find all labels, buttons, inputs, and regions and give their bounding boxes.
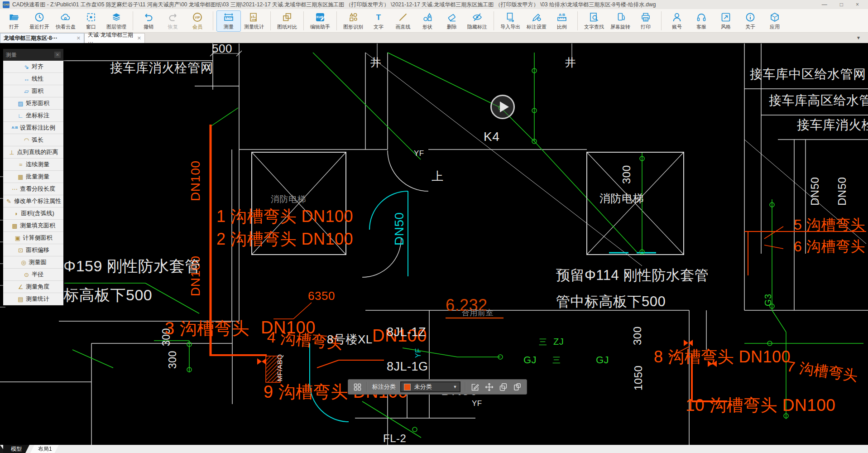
toolbar-button-info[interactable]: 关于 xyxy=(738,10,762,32)
measure-tool-12[interactable]: ✎修改单个标注属性 xyxy=(3,195,63,207)
measure-tool-icon: ▩ xyxy=(11,223,18,229)
toolbar-button-ruler[interactable]: 测量 xyxy=(216,10,241,32)
measure-tool-4[interactable]: ▨矩形面积 xyxy=(3,97,63,110)
drawing-tab-1[interactable]: 龙域华都三期东区-8···✕ xyxy=(0,33,84,43)
toolbar-button-compare[interactable]: 图纸对比 xyxy=(274,10,300,32)
toolbar-separator xyxy=(577,11,578,30)
measure-tool-6[interactable]: A:B设置标注比例 xyxy=(3,122,63,134)
measure-tool-9[interactable]: ≈连续测量 xyxy=(3,159,63,171)
grid-icon[interactable] xyxy=(353,382,362,392)
toolbar-button-headset[interactable]: 客服 xyxy=(689,10,714,32)
cad-annotation-text: DN50 xyxy=(393,212,406,246)
toolbar-button-rotate[interactable]: 屏幕旋转 xyxy=(607,10,633,32)
rotate-icon xyxy=(615,12,626,23)
toolbar-button-folder[interactable]: 打开 xyxy=(2,10,26,32)
toolbar-button-redo[interactable]: 恢复 xyxy=(161,10,185,32)
toolbar-button-clock[interactable]: 最近打开 xyxy=(26,10,53,32)
measure-tool-label: 测量统计 xyxy=(26,295,49,303)
classify-dropdown[interactable]: 未分类▼ xyxy=(400,381,461,392)
measure-tool-14[interactable]: ▩测量填充面积 xyxy=(3,220,63,232)
line-icon xyxy=(398,12,408,23)
toolbar-button-user[interactable]: 账号 xyxy=(665,10,689,32)
measure-tool-15[interactable]: ▣计算侧面积 xyxy=(3,232,63,244)
play-button[interactable] xyxy=(490,95,515,119)
toolbar-button-label: 编辑助手 xyxy=(310,24,330,30)
toolbar-button-import[interactable]: 导入导出 xyxy=(497,10,523,32)
tab-list-dropdown-icon[interactable]: ▼ xyxy=(856,35,861,40)
measure-panel-header[interactable]: 测量 ✕ xyxy=(3,49,63,61)
measure-tool-icon: ≈ xyxy=(17,162,24,168)
measure-tool-19[interactable]: ∠测量角度 xyxy=(3,281,63,293)
measure-tool-17[interactable]: ◎测量圆 xyxy=(3,256,63,269)
main-toolbar: 打开最近打开快看云盘窗口图层管理撤销恢复VIP会员测量测量统计图纸对比#2191… xyxy=(0,9,868,33)
measure-tool-icon: ▦ xyxy=(17,174,24,180)
measure-tool-13[interactable]: ◑面积(含弧线) xyxy=(3,207,63,220)
headset-icon xyxy=(696,12,707,23)
tab-close-icon[interactable]: ✕ xyxy=(77,35,81,41)
sheet-tab-2[interactable]: 布局1 xyxy=(30,445,60,453)
measure-tool-icon: ◠ xyxy=(23,137,30,143)
measure-panel-close-icon[interactable]: ✕ xyxy=(54,52,61,58)
measure-tool-10[interactable]: ▦批量测量 xyxy=(3,171,63,183)
toolbar-button-layers[interactable]: 图层管理 xyxy=(103,10,129,32)
measure-tool-label: 面积(含弧线) xyxy=(21,209,54,217)
drawing-tab-2[interactable]: 天诚·龙域华都三期···✕ xyxy=(84,33,145,43)
measure-tool-icon: ✎ xyxy=(5,198,12,204)
cad-annotation-text: 接车库消火栓 xyxy=(797,119,868,131)
toolbar-button-recognize[interactable]: 图形识别 xyxy=(340,10,366,32)
measure-tool-icon: ↔ xyxy=(23,76,30,82)
app-window: { "window": { "title": "CAD快速看图 - Z:\\Pu… xyxy=(0,0,868,453)
measure-tool-18[interactable]: ⊙半径 xyxy=(3,269,63,281)
paste-icon[interactable] xyxy=(513,382,522,392)
sheet-tab-1[interactable]: 模型 xyxy=(3,445,29,453)
toolbar-button-find[interactable]: 文字查找 xyxy=(581,10,607,32)
cad-annotation-text: 三 xyxy=(552,356,561,364)
toolbar-button-eyeoff[interactable]: 隐藏标注 xyxy=(464,10,490,32)
maximize-button[interactable]: □ xyxy=(840,2,843,7)
toolbar-button-print[interactable]: 打印 xyxy=(633,10,658,32)
toolbar-button-label: 形状 xyxy=(422,24,432,30)
toolbar-button-label: 账号 xyxy=(672,24,682,30)
toolbar-button-pengear[interactable]: 标注设置 xyxy=(523,10,550,32)
measure-tool-label: 测量角度 xyxy=(26,283,49,291)
toolbar-button-eraser[interactable]: 删除 xyxy=(440,10,464,32)
cad-annotation-text: 三 xyxy=(539,338,547,346)
classify-label: 标注分类 xyxy=(372,383,396,391)
close-button[interactable]: × xyxy=(856,2,859,7)
measure-tool-list: ⇘对齐↔线性▱面积▨矩形面积∟坐标标注A:B设置标注比例◠弧长⊥点到直线的距离≈… xyxy=(3,61,63,305)
measure-tool-5[interactable]: ∟坐标标注 xyxy=(3,110,63,122)
measure-tool-16[interactable]: ⊡面积偏移 xyxy=(3,244,63,256)
measure-tool-3[interactable]: ▱面积 xyxy=(3,85,63,97)
shapes-icon xyxy=(422,12,433,23)
play-icon xyxy=(500,101,509,112)
measure-tool-11[interactable]: ⋯查看分段长度 xyxy=(3,183,63,195)
measure-tool-label: 测量填充面积 xyxy=(20,222,55,230)
toolbar-button-scale[interactable]: A:B比例 xyxy=(550,10,574,32)
toolbar-button-app[interactable]: 应用 xyxy=(762,10,787,32)
toolbar-separator xyxy=(270,11,271,30)
measure-tool-8[interactable]: ⊥点到直线的距离 xyxy=(3,146,63,159)
edit2-icon[interactable] xyxy=(470,382,480,392)
measure-tool-2[interactable]: ↔线性 xyxy=(3,73,63,85)
toolbar-button-style[interactable]: 风格 xyxy=(714,10,738,32)
measure-tool-1[interactable]: ⇘对齐 xyxy=(3,61,63,73)
toolbar-button-text[interactable]: T文字 xyxy=(366,10,391,32)
toolbar-button-vip[interactable]: VIP会员 xyxy=(185,10,210,32)
toolbar-button-cadedit[interactable]: #2191d6AD编辑助手 xyxy=(307,10,333,32)
pengear-icon xyxy=(531,12,542,23)
toolbar-button-undo[interactable]: 撤销 xyxy=(136,10,161,32)
measure-tool-7[interactable]: ◠弧长 xyxy=(3,134,63,146)
drawing-canvas[interactable]: 500接车库消火栓管网井井接车库中区给水管网接车库高区给水管接车库消火栓K4YF… xyxy=(0,43,868,445)
toolbar-button-label: 快看云盘 xyxy=(56,24,76,30)
move-icon[interactable] xyxy=(484,382,494,392)
toolbar-button-cloud[interactable]: 快看云盘 xyxy=(53,10,79,32)
toolbar-button-window[interactable]: 窗口 xyxy=(79,10,103,32)
toolbar-button-stats[interactable]: 测量统计 xyxy=(241,10,267,32)
toolbar-button-shapes[interactable]: 形状 xyxy=(415,10,440,32)
toolbar-button-line[interactable]: 画直线 xyxy=(391,10,415,32)
tab-close-icon[interactable]: ✕ xyxy=(137,35,141,41)
measure-tool-20[interactable]: ▤测量统计 xyxy=(3,293,63,305)
cad-annotation-text: DN50 xyxy=(810,177,820,206)
copy-icon[interactable] xyxy=(499,382,508,392)
minimize-button[interactable]: — xyxy=(822,2,827,7)
